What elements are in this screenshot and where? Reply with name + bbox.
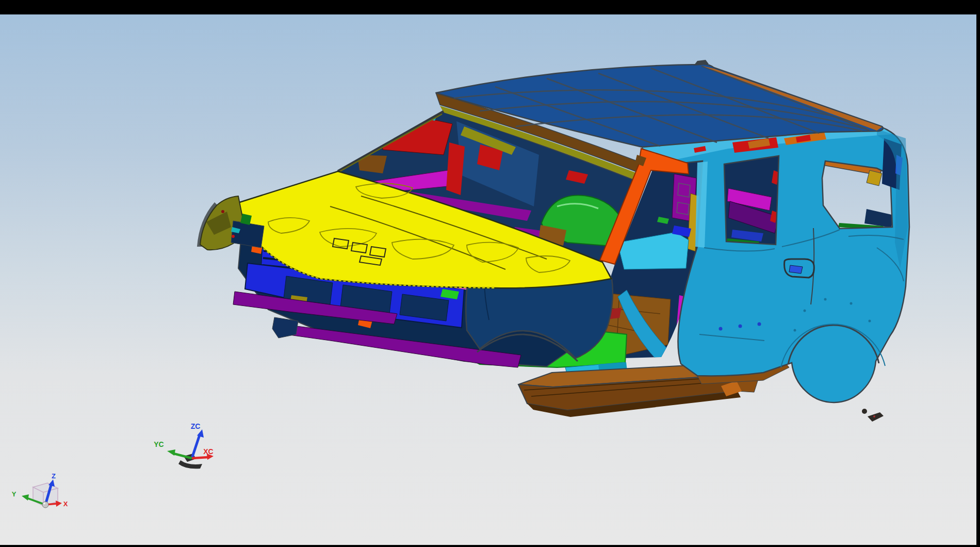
debris-red-dot xyxy=(873,415,875,417)
debris-dot xyxy=(862,409,867,414)
cad-window: ZC YC XC Z Y X xyxy=(0,0,980,547)
door-dot-1 xyxy=(719,327,723,331)
headlamp-green-tab xyxy=(240,214,252,225)
handle-blue xyxy=(789,265,803,274)
door-handle xyxy=(785,259,814,278)
origin-sphere-highlight xyxy=(43,503,45,505)
viewport-canvas[interactable]: ZC YC XC Z Y X xyxy=(0,0,980,547)
xc-axis[interactable] xyxy=(192,457,208,458)
door-dot-2 xyxy=(739,325,742,328)
y-label[interactable]: Y xyxy=(12,490,17,498)
rear-window-interior xyxy=(720,152,784,250)
x-label[interactable]: X xyxy=(63,500,68,508)
front-bracket-tab xyxy=(272,317,298,338)
yc-label[interactable]: YC xyxy=(154,440,164,448)
top-black-bar xyxy=(0,0,980,14)
door-dot-3 xyxy=(758,323,761,326)
bottom-black-bar xyxy=(0,545,980,547)
right-black-bar xyxy=(976,0,980,547)
zc-label[interactable]: ZC xyxy=(191,422,201,430)
origin-sphere xyxy=(42,502,48,508)
quarter-mustard-tab xyxy=(867,170,882,186)
xc-label[interactable]: XC xyxy=(203,447,213,456)
fender-red-dot xyxy=(221,210,224,213)
z-label[interactable]: Z xyxy=(52,472,56,480)
headlamp-red-dot xyxy=(232,235,235,238)
